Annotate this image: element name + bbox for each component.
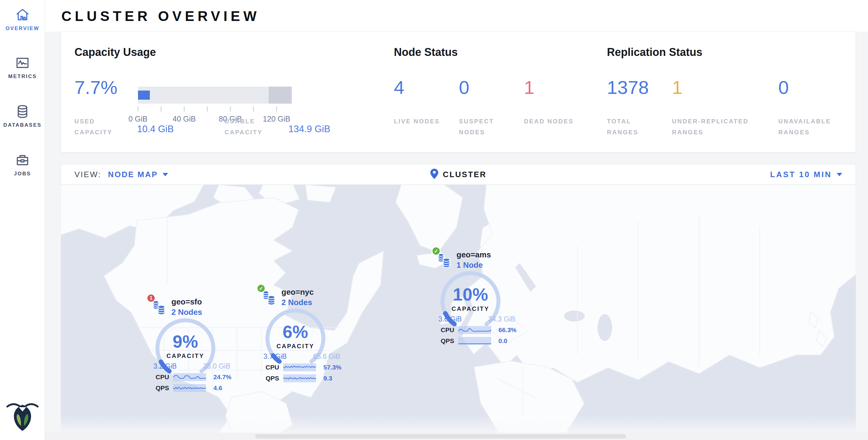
capacity-label: CAPACITY xyxy=(440,305,501,312)
database-stack-icon xyxy=(262,289,278,308)
status-badge: ✓ xyxy=(432,246,441,256)
chevron-down-icon xyxy=(163,173,168,176)
status-badge: 1 xyxy=(147,293,156,303)
time-range-value: LAST 10 MIN xyxy=(770,170,832,179)
used-capacity-value: 10.4 GiB xyxy=(137,124,174,135)
node-status-title: Node Status xyxy=(394,46,458,59)
status-badge: ✓ xyxy=(256,284,266,293)
qps-sparkline xyxy=(458,337,491,345)
page-title: CLUSTER OVERVIEW xyxy=(61,8,260,24)
capacity-used: 3.7 GiB xyxy=(252,352,298,361)
cpu-sparkline xyxy=(173,373,206,381)
qps-value: 4.6 xyxy=(213,384,222,392)
live-nodes-value: 4 xyxy=(394,77,404,98)
view-selector-value: NODE MAP xyxy=(108,170,158,179)
locality-name: geo=sfo xyxy=(172,297,202,307)
sidebar-item-databases[interactable]: DATABASES xyxy=(0,104,45,128)
locality-node-count: 2 Nodes xyxy=(172,308,202,317)
database-stack-icon xyxy=(152,299,168,317)
locality-name: geo=nyc xyxy=(281,287,314,297)
qps-label: QPS xyxy=(156,384,173,392)
cpu-value: 66.3% xyxy=(498,326,517,334)
under-replicated-label: UNDER-REPLICATED RANGES xyxy=(672,116,772,138)
briefcase-icon xyxy=(0,153,45,168)
scrollbar-thumb[interactable] xyxy=(255,434,626,438)
database-stack-icon xyxy=(437,252,453,270)
cockroachdb-logo xyxy=(4,398,41,432)
qps-sparkline xyxy=(283,374,316,382)
axis-tick xyxy=(207,107,208,112)
suspect-nodes-value: 0 xyxy=(459,77,469,98)
axis-tick xyxy=(184,107,184,112)
axis-tick xyxy=(138,107,138,112)
total-ranges-label: TOTAL RANGES xyxy=(607,116,656,138)
cpu-label: CPU xyxy=(441,326,458,334)
axis-tick xyxy=(161,107,161,112)
cpu-sparkline xyxy=(283,364,316,371)
capacity-percent: 10% xyxy=(440,284,501,305)
locality-marker-ams[interactable]: ✓ geo=ams 1 Node 10% CAPACITY 3.6 GiB 34… xyxy=(413,245,534,349)
metrics-icon xyxy=(0,55,45,70)
capacity-percent: 9% xyxy=(155,331,216,352)
sidebar-item-overview[interactable]: OVERVIEW xyxy=(0,7,45,32)
capacity-label: CAPACITY xyxy=(265,343,326,350)
axis-tick xyxy=(230,107,231,112)
sidebar-item-metrics[interactable]: METRICS xyxy=(0,55,45,80)
capacity-total: 35.0 GiB xyxy=(194,362,240,370)
capacity-used: 3.6 GiB xyxy=(427,315,473,323)
usable-capacity-label: USABLE CAPACITY xyxy=(225,116,279,138)
capacity-percent: 7.7% xyxy=(74,77,117,98)
scrollbar-track xyxy=(45,433,868,440)
capacity-used: 3.2 GiB xyxy=(142,362,188,370)
capacity-usage-title: Capacity Usage xyxy=(74,46,156,59)
sidebar-item-label: JOBS xyxy=(0,171,45,177)
capacity-label: CAPACITY xyxy=(155,352,216,359)
chevron-down-icon xyxy=(837,173,842,176)
axis-tick-label: 40 GiB xyxy=(173,115,196,123)
cpu-label: CPU xyxy=(156,373,173,381)
dead-nodes-label: DEAD NODES xyxy=(524,116,576,127)
total-ranges-value: 1378 xyxy=(607,77,649,98)
sidebar-item-label: DATABASES xyxy=(0,122,45,128)
time-range-selector[interactable]: LAST 10 MIN xyxy=(770,170,842,179)
cpu-value: 24.7% xyxy=(213,373,231,381)
unavailable-ranges-label: UNAVAILABLE RANGES xyxy=(778,116,851,138)
capacity-percent: 6% xyxy=(265,321,326,342)
live-nodes-label: LIVE NODES xyxy=(394,116,445,127)
map-toolbar: VIEW: NODE MAP CLUSTER LAST 10 MIN xyxy=(61,164,856,185)
unavailable-ranges-value: 0 xyxy=(778,77,789,98)
locality-name: geo=ams xyxy=(457,250,491,259)
cluster-summary-panel: Capacity Usage 7.7% 0 GiB 40 GiB 80 GiB … xyxy=(61,32,856,153)
sidebar-item-label: METRICS xyxy=(0,73,45,80)
axis-tick-label: 0 GiB xyxy=(129,115,148,123)
capacity-bar xyxy=(138,87,292,104)
qps-sparkline xyxy=(173,384,206,392)
location-pin-icon xyxy=(430,168,439,181)
view-selector[interactable]: NODE MAP xyxy=(108,170,168,179)
replication-status-title: Replication Status xyxy=(607,46,702,59)
locality-marker-nyc[interactable]: ✓ geo=nyc 2 Nodes 6% CAPACITY 3.7 GiB 65… xyxy=(238,283,359,386)
used-capacity-label: USED CAPACITY xyxy=(74,116,126,138)
qps-label: QPS xyxy=(266,375,283,382)
locality-marker-sfo[interactable]: 1 geo=sfo 2 Nodes 9% CAPACITY 3.2 GiB 35… xyxy=(128,292,249,396)
breadcrumb: CLUSTER xyxy=(61,168,856,181)
qps-value: 9.3 xyxy=(323,375,332,382)
sidebar-item-jobs[interactable]: JOBS xyxy=(0,153,45,177)
dead-nodes-value: 1 xyxy=(524,77,534,98)
under-replicated-value: 1 xyxy=(672,77,682,98)
home-icon xyxy=(0,7,45,23)
usable-capacity-value: 134.9 GiB xyxy=(288,124,330,135)
qps-label: QPS xyxy=(441,337,458,345)
suspect-nodes-label: SUSPECT NODES xyxy=(459,116,510,138)
capacity-total: 65.6 GiB xyxy=(304,352,349,361)
locality-node-count: 2 Nodes xyxy=(281,298,312,307)
locality-node-count: 1 Node xyxy=(457,260,483,270)
capacity-bar-used xyxy=(138,91,150,100)
qps-value: 0.0 xyxy=(498,337,507,345)
sidebar: OVERVIEW METRICS DATABASES JOBS xyxy=(0,0,45,440)
sidebar-item-label: OVERVIEW xyxy=(0,26,45,32)
axis-tick xyxy=(253,107,254,112)
map-bottom-fade xyxy=(61,415,856,433)
breadcrumb-cluster-label: CLUSTER xyxy=(443,170,487,179)
axis-tick xyxy=(276,107,277,112)
